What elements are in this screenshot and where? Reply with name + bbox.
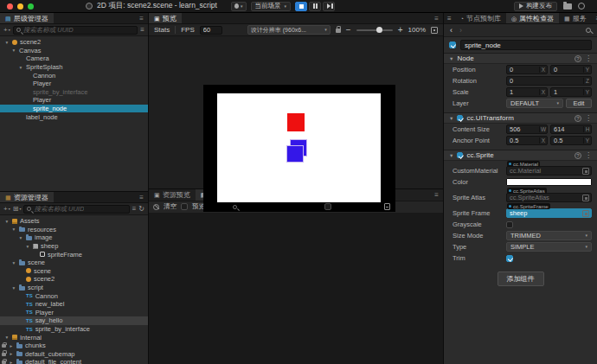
- zoom-out-button[interactable]: −: [346, 26, 351, 35]
- help-icon[interactable]: ?: [575, 55, 581, 62]
- expand-arrow-icon[interactable]: ▾: [18, 65, 23, 70]
- panel-menu-icon[interactable]: ≡: [135, 192, 148, 202]
- browse-asset-icon[interactable]: [582, 195, 589, 201]
- clear-console-label[interactable]: 清空: [164, 202, 177, 211]
- position-y-field[interactable]: 0Y: [550, 65, 592, 74]
- maximize-window-button[interactable]: [28, 3, 34, 10]
- asset-item-scene2[interactable]: scene2: [0, 275, 148, 284]
- tab-资源预览[interactable]: ▣资源预览: [149, 189, 196, 201]
- section-menu-icon[interactable]: ⋮: [585, 152, 592, 159]
- hierarchy-node-Player[interactable]: Player: [0, 96, 148, 105]
- expand-arrow-icon[interactable]: ▾: [4, 40, 10, 45]
- hierarchy-node-Camera[interactable]: Camera: [0, 54, 148, 63]
- expand-arrow-icon[interactable]: ▸: [9, 343, 14, 348]
- assets-search-input[interactable]: 搜索名称或 UUID: [23, 205, 129, 214]
- anchor-x-field[interactable]: 0.5X: [506, 136, 548, 145]
- asset-item-image[interactable]: ▾image: [0, 233, 148, 242]
- panel-menu-icon[interactable]: ≡: [444, 13, 455, 23]
- history-back-button[interactable]: ‹: [450, 27, 453, 35]
- asset-item-sprite_by_interface[interactable]: sprite_by_interface: [0, 325, 148, 334]
- zoom-in-button[interactable]: +: [398, 26, 403, 35]
- asset-item-Player[interactable]: Player: [0, 309, 148, 317]
- size-mode-select[interactable]: TRIMMED▾: [506, 231, 592, 240]
- asset-item-spriteFrame[interactable]: spriteFrame: [0, 250, 148, 259]
- asset-item-script[interactable]: ▾script: [0, 284, 148, 292]
- sprite-atlas-field[interactable]: cc.SpriteAtlas: [506, 193, 592, 202]
- section-menu-icon[interactable]: ⋮: [585, 55, 592, 62]
- assets-sort-icon[interactable]: ≡: [132, 206, 137, 213]
- sprite-section-header[interactable]: ▼ cc.Sprite ? ⋮: [444, 150, 597, 161]
- add-component-button[interactable]: 添加组件: [498, 271, 544, 286]
- expand-arrow-icon[interactable]: ▾: [11, 285, 16, 291]
- hierarchy-filter-icon[interactable]: ≡: [140, 27, 144, 34]
- preview-canvas[interactable]: [149, 36, 443, 188]
- asset-template-button[interactable]: ⊞▾: [13, 206, 22, 213]
- hierarchy-node-Player[interactable]: Player: [0, 80, 148, 88]
- asset-item-scene[interactable]: scene: [0, 267, 148, 276]
- help-icon[interactable]: ?: [575, 115, 581, 122]
- type-select[interactable]: SIMPLE▾: [506, 242, 592, 252]
- hierarchy-search-input[interactable]: 搜索名称或 UUID: [13, 26, 138, 35]
- node-section-header[interactable]: ▼ Node ? ⋮: [444, 53, 597, 64]
- sprite-frame-field[interactable]: sheep: [506, 208, 592, 218]
- asset-item-Assets[interactable]: ▾Assets: [0, 217, 148, 226]
- pause-button[interactable]: [309, 2, 321, 11]
- step-button[interactable]: [323, 2, 335, 11]
- pin-icon[interactable]: [586, 28, 591, 33]
- uitransform-enabled-checkbox[interactable]: [457, 115, 463, 121]
- expand-arrow-icon[interactable]: ▾: [18, 235, 23, 240]
- asset-item-resources[interactable]: ▾resources: [0, 226, 148, 234]
- panel-menu-icon[interactable]: ≡: [135, 13, 148, 23]
- browse-asset-icon[interactable]: [582, 168, 589, 175]
- scale-x-field[interactable]: 1X: [506, 87, 548, 97]
- user-account-icon[interactable]: [578, 3, 585, 10]
- layer-select[interactable]: DEFAULT▾: [506, 99, 563, 108]
- asset-item-new_label[interactable]: new_label: [0, 300, 148, 309]
- expand-arrow-icon[interactable]: ▾: [11, 227, 16, 232]
- rotate-lock-icon[interactable]: [336, 29, 341, 33]
- close-window-button[interactable]: [7, 3, 13, 10]
- rotation-z-field[interactable]: 0Z: [506, 76, 592, 86]
- panel-menu-icon[interactable]: ≡: [430, 13, 443, 23]
- create-node-button[interactable]: +▾: [3, 27, 10, 34]
- sprite-enabled-checkbox[interactable]: [457, 152, 463, 158]
- clear-on-preview-checkbox[interactable]: [181, 203, 188, 210]
- grayscale-checkbox[interactable]: [506, 221, 513, 228]
- scene-select[interactable]: 当前场景▾: [251, 2, 292, 11]
- asset-item-default_cubemap[interactable]: ▸default_cubemap: [0, 350, 148, 359]
- refresh-icon[interactable]: ↻: [138, 206, 144, 213]
- tab-assets[interactable]: ▦ 资源管理器: [0, 192, 54, 202]
- asset-item-Cannon[interactable]: Cannon: [0, 291, 148, 300]
- asset-item-scene[interactable]: ▾scene: [0, 259, 148, 267]
- history-forward-button[interactable]: ›: [459, 27, 462, 35]
- panel-menu-icon[interactable]: ≡: [592, 13, 597, 23]
- expand-arrow-icon[interactable]: ▾: [11, 48, 16, 53]
- hierarchy-node-scene2[interactable]: ▾scene2: [0, 38, 148, 47]
- hierarchy-node-Canvas[interactable]: ▾Canvas: [0, 47, 148, 55]
- scale-y-field[interactable]: 1Y: [550, 87, 592, 97]
- play-button[interactable]: [295, 2, 307, 11]
- expand-arrow-icon[interactable]: ▾: [25, 244, 30, 249]
- color-swatch[interactable]: [506, 178, 592, 186]
- tab-hierarchy[interactable]: ▤ 层级管理器: [0, 13, 54, 23]
- custom-material-field[interactable]: cc.Material: [506, 166, 592, 176]
- regex-checkbox[interactable]: [324, 203, 331, 210]
- browse-asset-icon[interactable]: [582, 210, 589, 217]
- uitransform-section-header[interactable]: ▼ cc.UITransform ? ⋮: [444, 112, 597, 124]
- expand-arrow-icon[interactable]: ▾: [4, 335, 10, 340]
- export-log-icon[interactable]: [384, 203, 390, 210]
- content-width-field[interactable]: 506W: [506, 125, 548, 134]
- build-button[interactable]: 构建发布: [514, 2, 557, 11]
- position-x-field[interactable]: 0X: [506, 65, 548, 74]
- zoom-slider[interactable]: [356, 29, 393, 31]
- zoom-slider-knob[interactable]: [376, 27, 382, 33]
- layer-edit-button[interactable]: Edit: [566, 99, 592, 108]
- resolution-select[interactable]: 设计分辨率 (960x6... ▾: [247, 25, 331, 35]
- tab-preview[interactable]: ▣ 预览: [149, 13, 182, 23]
- expand-arrow-icon[interactable]: ▾: [4, 219, 10, 224]
- content-height-field[interactable]: 614H: [550, 125, 592, 134]
- fps-input[interactable]: [200, 26, 222, 35]
- fit-screen-icon[interactable]: [431, 27, 438, 34]
- panel-menu-icon[interactable]: ≡: [430, 189, 443, 201]
- hierarchy-node-Cannon[interactable]: Cannon: [0, 71, 148, 80]
